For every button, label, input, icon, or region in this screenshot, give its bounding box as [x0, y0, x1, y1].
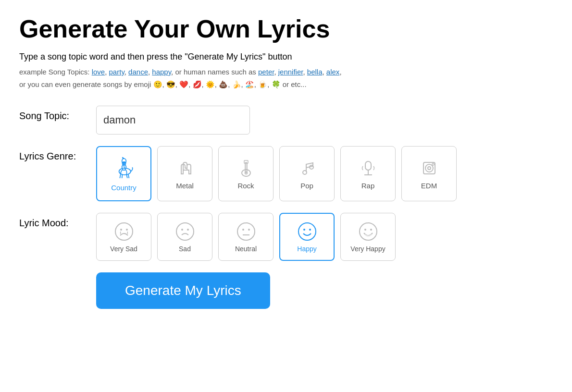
svg-point-31 — [242, 229, 244, 231]
example-link-happy[interactable]: happy — [152, 68, 171, 76]
svg-point-30 — [237, 223, 255, 240]
svg-line-1 — [120, 174, 121, 178]
mood-card-neutral[interactable]: Neutral — [218, 213, 274, 261]
svg-point-22 — [428, 167, 431, 170]
svg-point-29 — [187, 229, 189, 231]
example-link-jennifier[interactable]: jennifier — [278, 68, 303, 76]
genre-rap-label: Rap — [361, 182, 375, 190]
example-link-peter[interactable]: peter — [258, 68, 274, 76]
svg-point-39 — [370, 229, 372, 231]
genre-metal-label: Metal — [176, 182, 194, 190]
svg-rect-11 — [244, 160, 248, 163]
mood-very-happy-label: Very Happy — [350, 245, 385, 253]
genre-country-label: Country — [111, 184, 137, 192]
mood-very-sad-label: Very Sad — [110, 245, 137, 253]
svg-point-38 — [364, 229, 366, 231]
svg-point-27 — [176, 223, 194, 240]
mood-sad-label: Sad — [179, 245, 191, 253]
page-title: Generate Your Own Lyrics — [19, 14, 553, 43]
genre-grid: Country Metal — [96, 146, 457, 201]
generate-lyrics-button[interactable]: Generate My Lyrics — [96, 272, 270, 309]
genre-card-pop[interactable]: Pop — [279, 146, 335, 201]
mood-grid: Very Sad Sad Neutral — [96, 213, 396, 261]
svg-point-15 — [303, 171, 307, 174]
example-link-love[interactable]: love — [92, 68, 105, 76]
lyric-mood-label: Lyric Mood: — [19, 213, 96, 229]
genre-card-metal[interactable]: Metal — [157, 146, 212, 201]
genre-edm-label: EDM — [421, 182, 437, 190]
svg-line-2 — [122, 174, 122, 178]
subtitle-text: Type a song topic word and then press th… — [19, 52, 553, 62]
example-link-dance[interactable]: dance — [128, 68, 148, 76]
genre-rock-label: Rock — [237, 182, 254, 190]
svg-point-26 — [126, 229, 128, 231]
examples-text: example Song Topics: love, party, dance,… — [19, 66, 553, 90]
svg-point-24 — [115, 223, 133, 240]
mood-card-happy[interactable]: Happy — [279, 213, 335, 261]
svg-point-23 — [432, 163, 434, 165]
mood-card-sad[interactable]: Sad — [157, 213, 212, 261]
mood-card-very-sad[interactable]: Very Sad — [96, 213, 151, 261]
lyrics-genre-row: Lyrics Genre: — [19, 146, 553, 201]
mood-neutral-label: Neutral — [235, 245, 257, 253]
example-link-alex[interactable]: alex — [326, 68, 340, 76]
song-topic-label: Song Topic: — [19, 106, 96, 122]
genre-card-rock[interactable]: Rock — [218, 146, 274, 201]
svg-line-4 — [128, 174, 129, 178]
song-topic-row: Song Topic: — [19, 106, 553, 135]
svg-point-21 — [425, 164, 433, 172]
mood-happy-label: Happy — [297, 245, 316, 253]
svg-point-37 — [360, 223, 377, 240]
svg-point-25 — [120, 229, 122, 231]
lyrics-genre-label: Lyrics Genre: — [19, 146, 96, 162]
genre-card-rap[interactable]: Rap — [340, 146, 396, 201]
lyric-mood-row: Lyric Mood: Very Sad Sad — [19, 213, 553, 261]
example-link-bella[interactable]: bella — [307, 68, 323, 76]
svg-point-36 — [309, 229, 311, 231]
genre-pop-label: Pop — [300, 182, 313, 190]
song-topic-input[interactable] — [96, 106, 250, 135]
example-link-party[interactable]: party — [109, 68, 124, 76]
genre-card-country[interactable]: Country — [96, 146, 151, 201]
svg-point-35 — [303, 229, 305, 231]
svg-point-34 — [298, 223, 316, 240]
mood-card-very-happy[interactable]: Very Happy — [340, 213, 396, 261]
svg-point-28 — [181, 229, 183, 231]
svg-rect-17 — [365, 161, 371, 170]
svg-point-32 — [248, 229, 250, 231]
genre-card-edm[interactable]: EDM — [401, 146, 457, 201]
